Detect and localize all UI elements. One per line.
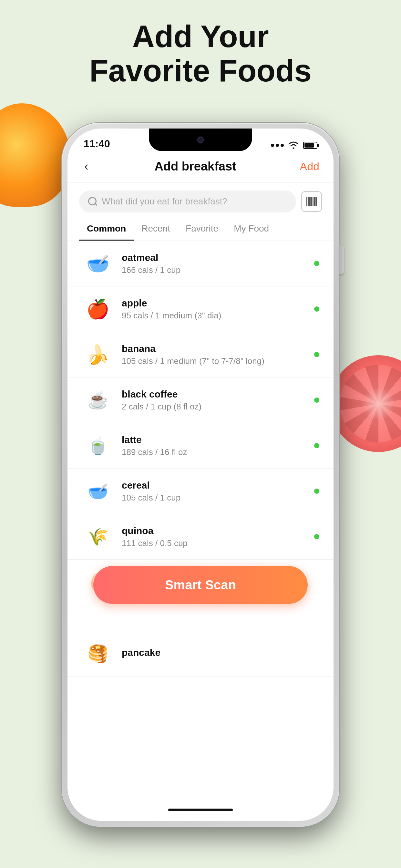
food-name-black-coffee: black coffee	[122, 389, 306, 400]
status-time: 11:40	[84, 138, 110, 150]
barcode-icon	[306, 196, 317, 207]
food-image-latte: 🍵	[82, 430, 114, 462]
food-name-quinoa: quinoa	[122, 525, 306, 536]
svg-rect-7	[315, 197, 317, 206]
food-info-banana: banana 105 cals / 1 medium (7" to 7-7/8"…	[122, 343, 306, 366]
food-image-oatmeal: 🥣	[82, 247, 114, 280]
search-icon	[88, 197, 97, 206]
food-info-oatmeal: oatmeal 166 cals / 1 cup	[122, 252, 306, 275]
bg-grapefruit-fruit	[330, 355, 401, 452]
tab-favorite[interactable]: Favorite	[178, 218, 226, 241]
tab-recent[interactable]: Recent	[134, 218, 178, 241]
food-item-black-coffee[interactable]: ☕ black coffee 2 cals / 1 cup (8 fl oz)	[67, 377, 334, 423]
screen-title: Add breakfast	[154, 159, 236, 174]
food-dot-banana	[314, 352, 319, 357]
add-button[interactable]: Add	[300, 160, 320, 173]
svg-rect-11	[314, 207, 317, 207]
food-dot-cereal	[314, 489, 319, 494]
food-info-pancake: pancake	[122, 647, 319, 660]
food-image-cereal: 🥣	[82, 475, 114, 507]
signal-dot-3	[281, 144, 284, 147]
svg-rect-3	[309, 197, 311, 206]
food-item-cereal[interactable]: 🥣 cereal 105 cals / 1 cup	[67, 469, 334, 514]
back-button[interactable]: ‹	[82, 157, 91, 176]
food-name-apple: apple	[122, 298, 306, 309]
svg-rect-2	[308, 197, 309, 206]
food-name-latte: latte	[122, 434, 306, 445]
food-calories-quinoa: 111 cals / 0.5 cup	[122, 538, 306, 548]
food-calories-banana: 105 cals / 1 medium (7" to 7-7/8" long)	[122, 356, 306, 366]
smart-scan-button[interactable]: Smart Scan	[93, 566, 308, 604]
food-item-quinoa[interactable]: 🌾 quinoa 111 cals / 0.5 cup	[67, 514, 334, 560]
svg-rect-6	[314, 197, 315, 206]
search-container: What did you eat for breakfast?	[67, 183, 334, 218]
food-calories-oatmeal: 166 cals / 1 cup	[122, 265, 306, 275]
bg-orange-fruit	[0, 103, 71, 207]
food-info-cereal: cereal 105 cals / 1 cup	[122, 480, 306, 503]
food-info-quinoa: quinoa 111 cals / 0.5 cup	[122, 525, 306, 548]
food-item-oatmeal[interactable]: 🥣 oatmeal 166 cals / 1 cup	[67, 241, 334, 286]
phone-notch	[149, 128, 252, 151]
search-input[interactable]: What did you eat for breakfast?	[102, 196, 287, 207]
category-tabs: Common Recent Favorite My Food	[67, 218, 334, 241]
svg-rect-10	[314, 196, 317, 196]
food-calories-apple: 95 cals / 1 medium (3" dia)	[122, 311, 306, 321]
food-info-latte: latte 189 cals / 16 fl oz	[122, 434, 306, 457]
food-name-pancake: pancake	[122, 647, 319, 658]
food-calories-cereal: 105 cals / 1 cup	[122, 493, 306, 503]
status-icons	[271, 141, 317, 150]
food-item-latte[interactable]: 🍵 latte 189 cals / 16 fl oz	[67, 423, 334, 469]
tab-common[interactable]: Common	[79, 218, 134, 241]
page-headline: Add YourFavorite Foods	[0, 20, 401, 88]
food-dot-apple	[314, 306, 319, 312]
food-name-cereal: cereal	[122, 480, 306, 491]
food-image-quinoa: 🌾	[82, 521, 114, 553]
food-info-apple: apple 95 cals / 1 medium (3" dia)	[122, 298, 306, 321]
food-name-banana: banana	[122, 343, 306, 354]
food-dot-quinoa	[314, 534, 319, 539]
search-bar[interactable]: What did you eat for breakfast?	[79, 190, 296, 213]
smart-scan-wrapper: Smart Scan	[67, 560, 334, 610]
food-dot-oatmeal	[314, 261, 319, 266]
svg-rect-1	[306, 197, 307, 206]
svg-point-0	[293, 148, 295, 149]
food-item-apple[interactable]: 🍎 apple 95 cals / 1 medium (3" dia)	[67, 286, 334, 332]
app-screen: 11:40	[67, 128, 334, 821]
food-info-black-coffee: black coffee 2 cals / 1 cup (8 fl oz)	[122, 389, 306, 412]
food-calories-latte: 189 cals / 16 fl oz	[122, 447, 306, 457]
signal-dot-2	[276, 144, 279, 147]
barcode-scanner-button[interactable]	[301, 191, 322, 212]
battery-icon	[303, 142, 317, 149]
signal-dots	[271, 144, 284, 147]
food-image-black-coffee: ☕	[82, 384, 114, 416]
svg-rect-4	[311, 197, 312, 206]
food-item-pancake[interactable]: 🥞 pancake	[67, 631, 334, 677]
food-name-oatmeal: oatmeal	[122, 252, 306, 263]
svg-rect-5	[312, 197, 313, 206]
food-image-banana: 🍌	[82, 338, 114, 371]
food-image-pancake: 🥞	[82, 638, 114, 670]
food-list: 🥣 oatmeal 166 cals / 1 cup 🍎 apple 95 ca…	[67, 241, 334, 821]
svg-rect-9	[306, 207, 309, 207]
phone-frame: 11:40	[62, 123, 339, 827]
signal-dot-1	[271, 144, 274, 147]
svg-rect-8	[306, 196, 309, 196]
food-dot-latte	[314, 443, 319, 448]
food-item-banana[interactable]: 🍌 banana 105 cals / 1 medium (7" to 7-7/…	[67, 332, 334, 377]
tab-my-food[interactable]: My Food	[226, 218, 277, 241]
smart-scan-section: 🥚 Smart Scan	[67, 560, 334, 605]
wifi-icon	[288, 141, 299, 150]
home-indicator	[168, 809, 233, 811]
food-calories-black-coffee: 2 cals / 1 cup (8 fl oz)	[122, 402, 306, 412]
food-dot-black-coffee	[314, 398, 319, 403]
front-camera	[197, 136, 204, 143]
food-image-apple: 🍎	[82, 293, 114, 325]
